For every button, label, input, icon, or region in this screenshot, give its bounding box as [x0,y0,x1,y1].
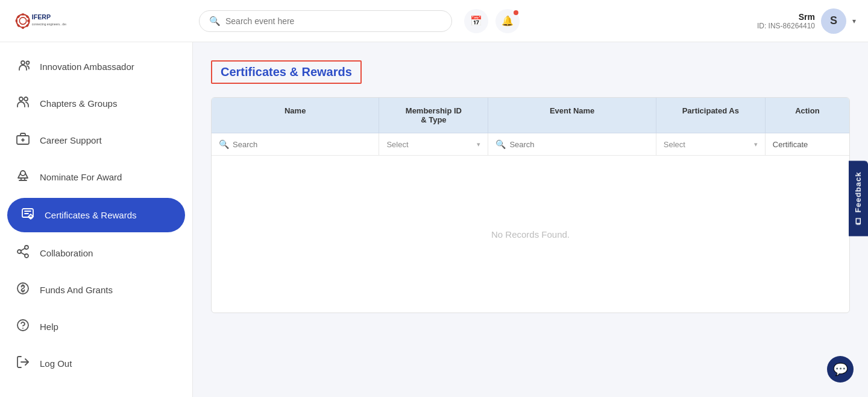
funds-grants-icon [14,281,31,299]
filter-name-input[interactable] [233,140,371,149]
filter-participated-chevron: ▾ [754,141,758,148]
filter-event-cell: 🔍 [488,133,656,155]
filter-participated-cell[interactable]: Select ▾ [656,133,766,155]
svg-rect-23 [22,209,33,217]
sidebar-item-funds-and-grants[interactable]: Funds And Grants [0,272,192,308]
filter-action-cell: Certificate [766,133,849,155]
sidebar-label-innovation-ambassador: Innovation Ambassador [40,62,134,72]
sidebar-label-log-out: Log Out [40,358,72,369]
sidebar-label-certificates-rewards: Certificates & Rewards [45,210,137,220]
search-bar[interactable]: 🔍 [199,10,452,32]
filter-membership-cell[interactable]: Select ▾ [379,133,488,155]
svg-point-1 [19,17,26,24]
sidebar-item-nominate-for-award[interactable]: Nominate For Award [0,159,192,195]
certificates-rewards-icon [19,206,36,224]
sidebar-label-nominate-for-award: Nominate For Award [40,172,122,182]
svg-point-31 [17,320,28,331]
filter-name-search: 🔍 [219,139,371,149]
sidebar-label-chapters-groups: Chapters & Groups [40,98,117,109]
svg-point-19 [20,171,25,176]
filter-action-label: Certificate [773,140,808,149]
filter-membership-select[interactable]: Select ▾ [386,140,480,149]
sidebar-item-career-support[interactable]: Career Support [0,122,192,159]
svg-text:connecting engineers.. develop: connecting engineers.. developing resear… [32,22,66,25]
col-header-name: Name [212,98,379,133]
bell-icon: 🔔 [502,15,514,27]
sidebar-item-innovation-ambassador[interactable]: Innovation Ambassador [0,48,192,85]
certificates-table: Name Membership ID & Type Event Name Par… [211,97,850,313]
filter-name-cell: 🔍 [212,133,379,155]
feedback-button[interactable]: 🗒 Feedback [849,161,868,237]
svg-point-14 [19,97,23,101]
col-header-membership: Membership ID & Type [379,98,488,133]
table-header: Name Membership ID & Type Event Name Par… [212,98,849,133]
help-icon [14,318,31,335]
nominate-award-icon [14,168,31,186]
svg-rect-2 [22,13,24,15]
svg-point-12 [21,61,25,65]
col-header-event-name: Event Name [488,98,656,133]
search-input[interactable] [225,16,442,26]
sidebar-label-career-support: Career Support [40,135,102,145]
page-title: Certificates & Rewards [221,65,352,78]
user-id: ID: INS-86264410 [757,22,815,30]
sidebar-item-collaboration[interactable]: Collaboration [0,235,192,272]
svg-line-29 [21,249,25,251]
career-support-icon [14,132,31,149]
header-icons: 📅 🔔 [464,9,520,33]
col-header-action: Action [766,98,849,133]
content-area: Certificates & Rewards Name Membership I… [193,42,868,397]
iferp-logo: IFERP connecting engineers.. developing … [12,7,66,36]
filter-event-search: 🔍 [495,139,648,149]
user-info: Srm ID: INS-86264410 [757,12,815,30]
sidebar-item-log-out[interactable]: Log Out [0,345,192,382]
feedback-icon: 🗒 [854,216,863,225]
calendar-icon: 📅 [470,15,482,27]
page-title-box: Certificates & Rewards [211,60,362,84]
filter-event-search-icon: 🔍 [495,139,506,149]
svg-rect-3 [22,27,24,28]
sidebar-label-funds-and-grants: Funds And Grants [40,285,113,295]
chat-bubble-button[interactable]: 💬 [827,356,854,383]
notification-button[interactable]: 🔔 [495,9,520,33]
sidebar-item-certificates-rewards[interactable]: Certificates & Rewards [7,198,185,232]
filter-membership-select-label: Select [386,140,408,149]
col-header-participated-as: Participated As [656,98,766,133]
search-icon: 🔍 [209,16,221,27]
filter-participated-select-label: Select [664,140,685,149]
avatar[interactable]: S [821,8,846,34]
svg-rect-4 [16,19,17,22]
feedback-label: Feedback [854,172,863,213]
sidebar: Innovation Ambassador Chapters & Groups … [0,42,193,397]
log-out-icon [14,355,31,372]
calendar-button[interactable]: 📅 [464,9,488,33]
collaboration-icon [14,244,31,262]
table-empty-message: No Records Found. [212,156,849,313]
sidebar-label-help: Help [40,322,58,332]
filter-membership-chevron: ▾ [477,141,480,148]
logo-area: IFERP connecting engineers.. developing … [12,7,199,36]
sidebar-label-collaboration: Collaboration [40,248,93,258]
header: IFERP connecting engineers.. developing … [0,0,868,42]
svg-text:IFERP: IFERP [32,13,51,21]
filter-participated-select[interactable]: Select ▾ [664,140,758,149]
header-right: Srm ID: INS-86264410 S ▾ [757,8,856,34]
table-filter-row: 🔍 Select ▾ 🔍 [212,133,849,156]
main-layout: Innovation Ambassador Chapters & Groups … [0,42,868,397]
filter-name-search-icon: 🔍 [219,139,229,149]
svg-line-28 [21,253,25,255]
innovation-ambassador-icon [14,58,31,75]
chapters-groups-icon [14,95,31,112]
sidebar-item-chapters-groups[interactable]: Chapters & Groups [0,85,192,122]
svg-rect-5 [27,19,29,22]
user-dropdown-chevron[interactable]: ▾ [852,17,856,25]
svg-point-15 [24,97,28,101]
user-name: Srm [757,12,815,22]
sidebar-item-help[interactable]: Help [0,308,192,345]
svg-point-13 [27,62,30,65]
chat-icon: 💬 [833,362,848,376]
filter-event-input[interactable] [509,140,648,149]
